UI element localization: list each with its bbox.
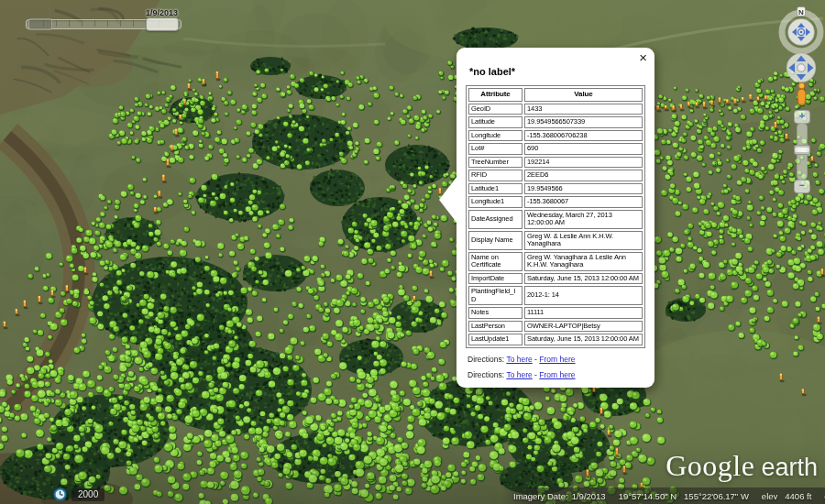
value-cell: 19.9549566507339 (524, 116, 643, 128)
directions-from-here-link[interactable]: From here (539, 355, 575, 364)
value-header: Value (524, 88, 643, 102)
value-cell: Greg W. & Leslie Ann K.H.W. Yanagihara (524, 231, 643, 250)
elev-label: elev (762, 491, 777, 501)
table-row: Longitude1-155.3680067 (468, 196, 643, 208)
attribute-table: Attribute Value GeoID1433Latitude19.9549… (466, 85, 645, 348)
zoom-slider[interactable]: + − (792, 110, 810, 192)
north-label: N (798, 8, 804, 16)
clock-icon[interactable] (53, 488, 67, 501)
value-cell: 19.9549566 (524, 183, 643, 195)
attribute-cell: Longitude (468, 130, 522, 142)
time-slider-date-label: 1/9/2013 (146, 8, 178, 17)
time-slider-range-start-handle[interactable] (28, 18, 52, 30)
historical-imagery-chip[interactable]: 2000 (53, 488, 104, 501)
time-slider-handle[interactable] (146, 17, 179, 31)
imagery-date-value: 1/9/2013 (572, 491, 606, 501)
table-row: Latitude19.9549566507339 (468, 116, 643, 128)
directions-separator: - (534, 355, 537, 364)
value-cell: Greg W. Yanagihara & Leslie Ann K.H.W. Y… (524, 252, 643, 271)
balloon-tail (439, 176, 457, 224)
info-balloon: × *no label* Attribute Value GeoID1433La… (456, 48, 654, 388)
attribute-cell: Lot# (468, 143, 522, 155)
table-row: GeoID1433 (468, 104, 643, 115)
attribute-header: Attribute (468, 88, 522, 102)
table-row: PlantingField_ID2012-1: 14 (468, 286, 643, 305)
google-earth-logo: Google earth (666, 449, 818, 483)
attribute-cell: ImportDate (468, 273, 522, 285)
look-joystick[interactable]: N (777, 6, 825, 54)
directions-label: Directions: (468, 370, 504, 379)
directions-separator: - (534, 370, 537, 379)
value-cell: 2EED6 (524, 170, 643, 181)
pegman-icon[interactable] (794, 82, 809, 106)
zoom-handle[interactable] (794, 145, 810, 155)
attribute-cell: Latitude1 (468, 183, 522, 195)
latitude-value: 19°57'14.50" N (619, 491, 676, 501)
directions-label: Directions: (468, 355, 504, 364)
earth-map[interactable] (0, 0, 825, 504)
attribute-cell: GeoID (468, 104, 522, 115)
table-row: RFID2EED6 (468, 170, 643, 181)
value-cell: 690 (524, 143, 643, 155)
status-bar: Imagery Date: 1/9/2013 19°57'14.50" N 15… (502, 488, 825, 504)
close-icon[interactable]: × (639, 51, 647, 64)
move-center-knob[interactable] (798, 64, 805, 71)
table-row: TreeNumber192214 (468, 157, 643, 169)
imagery-date-label: Imagery Date: (513, 491, 568, 501)
table-header-row: Attribute Value (468, 88, 643, 102)
zoom-out-button[interactable]: − (794, 180, 810, 193)
balloon-title: *no label* (469, 66, 645, 77)
table-row: Lot#690 (468, 143, 643, 155)
value-cell: Saturday, June 15, 2013 12:00:00 AM (524, 334, 643, 345)
attribute-cell: Longitude1 (468, 196, 522, 208)
table-row: Display NameGreg W. & Leslie Ann K.H.W. … (468, 231, 643, 250)
value-cell: 1433 (524, 104, 643, 115)
attribute-cell: LastPerson (468, 321, 522, 333)
directions-to-here-link[interactable]: To here (506, 355, 532, 364)
elev-value: 4406 ft (785, 491, 811, 501)
directions-line: Directions: To here - From here (468, 355, 645, 364)
table-row: ImportDateSaturday, June 15, 2013 12:00:… (468, 273, 643, 285)
zoom-in-button[interactable]: + (794, 110, 810, 124)
attribute-cell: RFID (468, 170, 522, 181)
attribute-cell: LastUpdate1 (468, 334, 522, 345)
table-row: Longitude-155.368006706238 (468, 130, 643, 142)
logo-earth: earth (761, 454, 818, 482)
move-joystick[interactable] (786, 52, 817, 83)
google-earth-viewport: 1/9/2013 N (0, 0, 825, 504)
value-cell: Saturday, June 15, 2013 12:00:00 AM (524, 273, 643, 285)
table-row: Latitude119.9549566 (468, 183, 643, 195)
table-row: DateAssignedWednesday, March 27, 2013 12… (468, 210, 643, 229)
value-cell: 192214 (524, 157, 643, 169)
directions-line: Directions: To here - From here (468, 370, 645, 379)
directions-from-here-link[interactable]: From here (539, 370, 575, 379)
attribute-cell: TreeNumber (468, 157, 522, 169)
value-cell: Wednesday, March 27, 2013 12:00:00 AM (524, 210, 643, 229)
attribute-cell: Latitude (468, 116, 522, 128)
attribute-cell: PlantingField_ID (468, 286, 522, 305)
attribute-cell: Name on Certificate (468, 252, 522, 271)
value-cell: 2012-1: 14 (524, 286, 643, 305)
value-cell: -155.368006706238 (524, 130, 643, 142)
logo-google: Google (666, 449, 754, 483)
table-row: Name on CertificateGreg W. Yanagihara & … (468, 252, 643, 271)
directions-list: Directions: To here - From hereDirection… (466, 355, 645, 379)
eye-pupil-icon (800, 31, 803, 34)
value-cell: OWNER-LAPTOP|Betsy (524, 321, 643, 333)
table-row: Notes11111 (468, 307, 643, 319)
attribute-cell: Display Name (468, 231, 522, 250)
time-slider[interactable]: 1/9/2013 (26, 8, 182, 33)
value-cell: -155.3680067 (524, 196, 643, 208)
table-row: LastPersonOWNER-LAPTOP|Betsy (468, 321, 643, 333)
balloon-table-body: GeoID1433Latitude19.9549566507339Longitu… (468, 104, 643, 345)
attribute-cell: Notes (468, 307, 522, 319)
directions-to-here-link[interactable]: To here (506, 370, 532, 379)
longitude-value: 155°22'06.17" W (684, 491, 749, 501)
historical-year-label: 2000 (72, 488, 104, 501)
value-cell: 11111 (524, 307, 643, 319)
attribute-cell: DateAssigned (468, 210, 522, 229)
table-row: LastUpdate1Saturday, June 15, 2013 12:00… (468, 334, 643, 345)
